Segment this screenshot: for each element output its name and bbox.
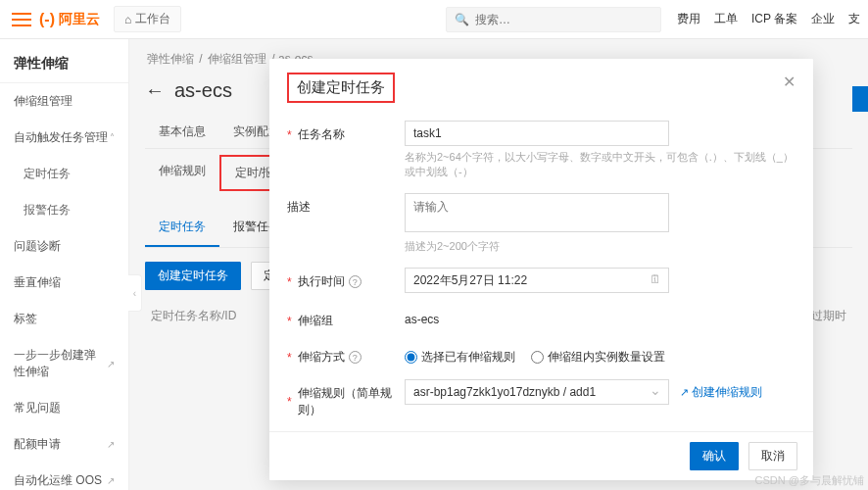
help-icon[interactable]: ? bbox=[349, 351, 362, 364]
modal-close-button[interactable]: ✕ bbox=[783, 73, 796, 91]
label-task-name: 任务名称 bbox=[298, 126, 345, 143]
label-method: 伸缩方式 bbox=[298, 349, 345, 366]
label-exec-time: 执行时间 bbox=[298, 273, 345, 290]
watermark: CSDN @多与晨解忧铺 bbox=[755, 473, 864, 488]
create-timed-task-modal: 创建定时任务 ✕ *任务名称 名称为2~64个字符，以大小写字母、数字或中文开头… bbox=[269, 59, 813, 480]
modal-confirm-button[interactable]: 确认 bbox=[690, 442, 739, 470]
create-rule-link[interactable]: 创建伸缩规则 bbox=[680, 385, 762, 399]
label-group: 伸缩组 bbox=[298, 313, 333, 329]
task-name-input[interactable] bbox=[405, 121, 669, 146]
method-radio-existing[interactable]: 选择已有伸缩规则 bbox=[405, 349, 515, 366]
desc-textarea[interactable] bbox=[405, 193, 669, 232]
help-icon[interactable]: ? bbox=[349, 275, 362, 288]
label-desc: 描述 bbox=[287, 199, 311, 216]
desc-hint: 描述为2~200个字符 bbox=[405, 239, 796, 254]
group-value: as-ecs bbox=[405, 307, 796, 326]
task-name-hint: 名称为2~64个字符，以大小写字母、数字或中文开头，可包含（.）、下划线（_）或… bbox=[405, 150, 796, 179]
label-rule: 伸缩规则（简单规则） bbox=[298, 385, 405, 418]
modal-title: 创建定时任务 bbox=[287, 73, 395, 103]
method-radio-count[interactable]: 伸缩组内实例数量设置 bbox=[531, 349, 665, 366]
rule-select[interactable] bbox=[405, 379, 669, 405]
modal-cancel-button[interactable]: 取消 bbox=[748, 442, 797, 470]
exec-time-input[interactable] bbox=[405, 268, 669, 293]
